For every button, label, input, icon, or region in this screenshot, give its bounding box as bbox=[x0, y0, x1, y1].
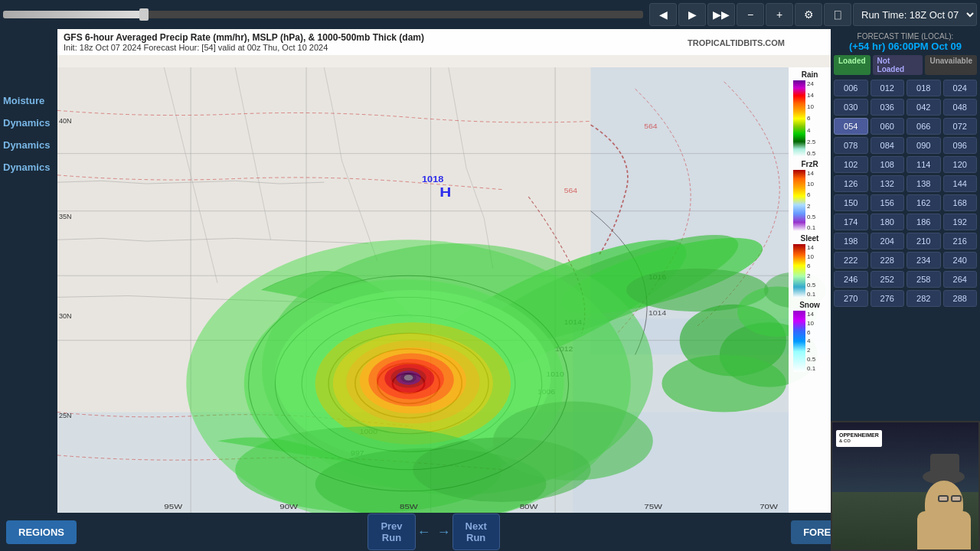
svg-point-52 bbox=[404, 375, 413, 381]
sidebar-item-dynamics1[interactable]: Dynamics bbox=[0, 112, 57, 133]
forecast-hour-246[interactable]: 246 bbox=[834, 271, 868, 288]
rain-title: Rain bbox=[790, 70, 829, 79]
forecast-hour-234[interactable]: 234 bbox=[906, 252, 941, 269]
forecast-hour-180[interactable]: 180 bbox=[871, 214, 905, 230]
forecast-hour-048[interactable]: 048 bbox=[943, 99, 978, 116]
progress-bar[interactable] bbox=[3, 11, 643, 18]
prev-run-button[interactable]: PrevRun bbox=[368, 514, 415, 550]
right-panel: FORECAST TIME (LOCAL): (+54 hr) 06:00PM … bbox=[831, 29, 980, 513]
status-loaded: Loaded bbox=[834, 55, 871, 75]
forecast-hour-138[interactable]: 138 bbox=[906, 175, 941, 192]
forecast-hour-276[interactable]: 276 bbox=[871, 290, 905, 307]
settings-button[interactable]: ⚙ bbox=[795, 3, 822, 26]
svg-text:H: H bbox=[439, 185, 451, 200]
snow-title: Snow bbox=[790, 301, 829, 309]
forecast-hour-012[interactable]: 012 bbox=[871, 80, 905, 96]
prev-arrow-icon: ← bbox=[417, 524, 431, 540]
svg-text:1014: 1014 bbox=[648, 309, 666, 317]
forecast-hour-030[interactable]: 030 bbox=[834, 99, 868, 116]
sidebar-item-moisture[interactable]: Moisture bbox=[0, 90, 57, 111]
lat-40n: 40N bbox=[59, 117, 72, 125]
forecast-hour-078[interactable]: 078 bbox=[834, 137, 868, 154]
status-unavailable: Unavailable bbox=[925, 55, 977, 75]
forecast-hour-204[interactable]: 204 bbox=[871, 233, 905, 249]
status-row: Loaded Not Loaded Unavailable bbox=[834, 55, 977, 75]
forecast-hour-024[interactable]: 024 bbox=[943, 80, 978, 96]
forecast-hour-198[interactable]: 198 bbox=[834, 233, 868, 249]
forecast-hour-264[interactable]: 264 bbox=[943, 271, 978, 288]
forecast-hour-162[interactable]: 162 bbox=[906, 194, 941, 211]
next-run-button[interactable]: NextRun bbox=[452, 514, 500, 550]
forecast-hour-084[interactable]: 084 bbox=[871, 137, 905, 154]
forecast-hour-066[interactable]: 066 bbox=[906, 118, 941, 135]
forecast-hour-174[interactable]: 174 bbox=[834, 214, 868, 230]
forecast-hour-090[interactable]: 090 bbox=[906, 137, 941, 154]
forecast-hour-258[interactable]: 258 bbox=[906, 271, 941, 288]
forecast-time-value: (+54 hr) 06:00PM Oct 09 bbox=[834, 41, 977, 52]
forecast-hour-042[interactable]: 042 bbox=[906, 99, 941, 116]
forecast-hour-282[interactable]: 282 bbox=[906, 290, 941, 307]
svg-text:90W: 90W bbox=[279, 502, 298, 510]
forecast-hour-150[interactable]: 150 bbox=[834, 194, 868, 211]
forecast-hour-240[interactable]: 240 bbox=[943, 252, 978, 269]
forecast-hour-288[interactable]: 288 bbox=[943, 290, 978, 307]
main-content: Moisture Dynamics Dynamics Dynamics GFS … bbox=[0, 29, 980, 513]
play-button[interactable]: ▶ bbox=[678, 3, 706, 26]
forecast-hour-096[interactable]: 096 bbox=[943, 137, 978, 154]
svg-text:1018: 1018 bbox=[422, 174, 444, 184]
run-time-select[interactable]: Run Time: 18Z Oct 07Run Time: 12Z Oct 07… bbox=[853, 3, 977, 26]
forecast-hour-054[interactable]: 054 bbox=[834, 118, 868, 135]
zoom-out-button[interactable]: − bbox=[737, 3, 764, 26]
left-sidebar: Moisture Dynamics Dynamics Dynamics bbox=[0, 29, 57, 513]
forecast-hour-132[interactable]: 132 bbox=[871, 175, 905, 192]
forecast-hour-228[interactable]: 228 bbox=[871, 252, 905, 269]
forecast-hour-252[interactable]: 252 bbox=[871, 271, 905, 288]
zoom-in-button[interactable]: + bbox=[766, 3, 793, 26]
forecast-hour-114[interactable]: 114 bbox=[906, 156, 941, 173]
watermark: TROPICALTIDBITS.COM bbox=[688, 38, 785, 47]
forecast-hour-186[interactable]: 186 bbox=[906, 214, 941, 230]
rain-legend: Rain 241410642.50.5 bbox=[790, 70, 829, 157]
svg-text:85W: 85W bbox=[400, 502, 418, 510]
forecast-hour-108[interactable]: 108 bbox=[871, 156, 905, 173]
toolbar: ◀ ▶ ▶▶ − + ⚙ ⎕ Run Time: 18Z Oct 07Run T… bbox=[0, 0, 980, 29]
webcam-overlay: OPPENHEIMER & CO bbox=[831, 421, 980, 513]
svg-text:75W: 75W bbox=[644, 502, 662, 510]
lat-30n: 30N bbox=[59, 312, 72, 320]
prev-button[interactable]: ◀ bbox=[649, 3, 677, 26]
status-not-loaded: Not Loaded bbox=[873, 55, 923, 75]
forecast-hour-126[interactable]: 126 bbox=[834, 175, 868, 192]
forecast-hour-216[interactable]: 216 bbox=[943, 233, 978, 249]
sleet-legend: Sleet 1410620.50.1 bbox=[790, 234, 829, 298]
map-svg: 564 564 1014 1012 1010 1006 1000 bbox=[57, 67, 831, 513]
forecast-time-label: FORECAST TIME (LOCAL): bbox=[834, 32, 977, 41]
forecast-hour-192[interactable]: 192 bbox=[943, 214, 978, 230]
forecast-hour-006[interactable]: 006 bbox=[834, 80, 868, 96]
progress-handle[interactable] bbox=[139, 8, 149, 21]
regions-button[interactable]: REGIONS bbox=[6, 520, 77, 544]
svg-text:95W: 95W bbox=[164, 502, 182, 510]
forecast-hour-156[interactable]: 156 bbox=[871, 194, 905, 211]
sidebar-item-dynamics3[interactable]: Dynamics bbox=[0, 157, 57, 178]
forecast-hour-060[interactable]: 060 bbox=[871, 118, 905, 135]
keyboard-button[interactable]: ⎕ bbox=[824, 3, 851, 26]
forecast-hour-270[interactable]: 270 bbox=[834, 290, 868, 307]
forecast-hour-120[interactable]: 120 bbox=[943, 156, 978, 173]
forecast-hour-144[interactable]: 144 bbox=[943, 175, 978, 192]
forecast-hour-018[interactable]: 018 bbox=[906, 80, 941, 96]
forecast-hour-036[interactable]: 036 bbox=[871, 99, 905, 116]
forecast-hour-102[interactable]: 102 bbox=[834, 156, 868, 173]
next-button[interactable]: ▶▶ bbox=[707, 3, 735, 26]
next-run-wrapper: → NextRun bbox=[437, 514, 500, 550]
forecast-hour-168[interactable]: 168 bbox=[943, 194, 978, 211]
lat-35n: 35N bbox=[59, 213, 72, 220]
forecast-hour-222[interactable]: 222 bbox=[834, 252, 868, 269]
lat-25n: 25N bbox=[59, 412, 72, 419]
sign-overlay: OPPENHEIMER & CO bbox=[836, 430, 882, 447]
forecast-hour-072[interactable]: 072 bbox=[943, 118, 978, 135]
svg-point-56 bbox=[493, 402, 653, 481]
map-container[interactable]: GFS 6-hour Averaged Precip Rate (mm/hr),… bbox=[57, 29, 831, 513]
svg-text:70W: 70W bbox=[760, 502, 778, 510]
forecast-hour-210[interactable]: 210 bbox=[906, 233, 941, 249]
sidebar-item-dynamics2[interactable]: Dynamics bbox=[0, 135, 57, 155]
